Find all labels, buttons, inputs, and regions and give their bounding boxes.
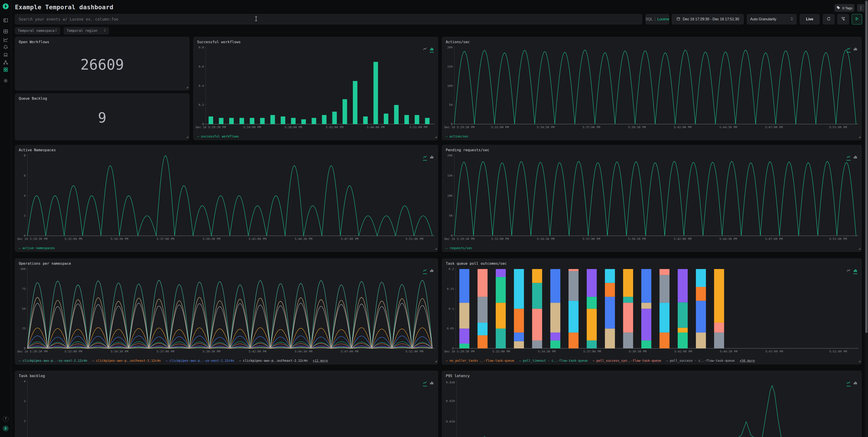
query-mode-toggle[interactable]: SQL | Lucene xyxy=(646,14,669,24)
live-button[interactable]: Live xyxy=(800,14,819,24)
legend-item[interactable]: —no_poller_tasks ..-flow-task-queue xyxy=(446,359,514,363)
svg-text:5:44:30 PM: 5:44:30 PM xyxy=(720,350,737,353)
svg-text:5:37:00 PM: 5:37:00 PM xyxy=(583,237,600,241)
time-range-picker[interactable]: Dec 16 17:29:30 - Dec 16 17:51:30 xyxy=(672,14,744,24)
stat-value: 9 xyxy=(15,110,189,126)
p95-latency-chart[interactable]: 0.0380.0290.0190.010Dec 16 5:29:30 PM5:3… xyxy=(444,379,859,437)
bar-chart-toggle-icon[interactable] xyxy=(853,269,857,274)
svg-text:Dec 16 5:29:30 PM: Dec 16 5:29:30 PM xyxy=(444,237,474,241)
line-chart-toggle-icon[interactable] xyxy=(846,47,850,53)
line-chart-toggle-icon[interactable] xyxy=(423,47,427,53)
panel-title: Task queue poll outcomes/sec xyxy=(446,261,507,266)
bar-chart-toggle-icon[interactable] xyxy=(430,155,434,160)
bar-chart-toggle-icon[interactable] xyxy=(853,47,857,53)
svg-text:Dec 16 5:29:30 PM: Dec 16 5:29:30 PM xyxy=(444,125,474,129)
legend-more-link[interactable]: +12 more xyxy=(313,359,328,363)
task-queue-poll-outcomes-chart[interactable]: 00.050.10.150.2Dec 16 5:29:30 PM5:32:00 … xyxy=(444,266,859,354)
legend-item[interactable]: —poll_success_syn..-flow-task-queue xyxy=(593,359,661,363)
vertical-scrollbar-track[interactable] xyxy=(865,0,868,437)
kebab-icon xyxy=(861,6,861,10)
svg-text:5:44:30 PM: 5:44:30 PM xyxy=(719,125,737,129)
granularity-select[interactable]: Auto Granularity xyxy=(747,14,797,24)
resize-handle[interactable] xyxy=(186,134,188,139)
line-chart-toggle-icon[interactable] xyxy=(846,381,850,386)
svg-text:8: 8 xyxy=(24,154,26,157)
search-input[interactable] xyxy=(15,14,642,24)
svg-text:5:51:00 PM: 5:51:00 PM xyxy=(410,125,427,129)
share-graph-icon[interactable] xyxy=(3,60,8,65)
app-logo-icon[interactable] xyxy=(2,3,9,9)
grid-view-icon[interactable] xyxy=(3,29,8,34)
svg-text:0.2: 0.2 xyxy=(449,267,454,271)
bar-chart-toggle-icon[interactable] xyxy=(430,47,434,53)
successful-workflows-chart[interactable]: 00.20.40.60.8Dec 16 5:29:30 PM5:34:00 PM… xyxy=(195,45,435,130)
svg-text:5:42:00 PM: 5:42:00 PM xyxy=(674,350,692,353)
panel-task-queue-poll-outcomes: Task queue poll outcomes/sec 00.050.10.1… xyxy=(442,258,862,365)
line-chart-toggle-icon[interactable] xyxy=(423,381,427,386)
host-laptop-icon[interactable] xyxy=(3,52,8,57)
user-avatar[interactable]: D xyxy=(3,426,8,431)
svg-text:5:42:00 PM: 5:42:00 PM xyxy=(249,350,266,353)
legend-item[interactable]: —poll_success · c..-flow-task-queue xyxy=(666,359,735,363)
panel-title: Pending requests/sec xyxy=(446,148,489,152)
resize-handle[interactable] xyxy=(434,134,437,139)
active-namespaces-chart[interactable]: 02468Dec 16 5:29:30 PM5:32:00 PM5:34:30 … xyxy=(17,153,435,242)
line-chart-toggle-icon[interactable] xyxy=(423,155,427,160)
svg-text:20K: 20K xyxy=(447,154,453,157)
tags-button[interactable]: 0 Tags xyxy=(835,4,855,12)
legend-item[interactable]: —clickpipes-aws-p..-us-east-2.12c4n xyxy=(19,359,87,363)
svg-text:150: 150 xyxy=(447,65,453,68)
svg-text:10K: 10K xyxy=(447,194,453,197)
panel-toggle-icon[interactable] xyxy=(3,18,8,23)
svg-text:5:47:00 PM: 5:47:00 PM xyxy=(341,350,358,353)
legend-item[interactable]: —requests/sec xyxy=(446,246,472,250)
settings-gear-icon[interactable] xyxy=(3,78,8,84)
legend-item[interactable]: —active namespaces xyxy=(19,246,55,250)
line-chart-toggle-icon[interactable] xyxy=(846,269,850,274)
filter-edit-button[interactable] xyxy=(837,14,849,24)
bar-chart-toggle-icon[interactable] xyxy=(853,381,857,386)
legend-item[interactable]: —clickpipes-aws-p..outheast-2.12c4n xyxy=(92,359,161,363)
task-backlog-chart[interactable]: 01234Dec 16 5:29:30 PM5:32:00 PM5:34:30 … xyxy=(17,379,435,437)
svg-text:5:38:00 PM: 5:38:00 PM xyxy=(284,125,302,129)
legend-more-link[interactable]: +56 more xyxy=(740,359,755,363)
panel-title: Task backlog xyxy=(19,374,45,378)
resize-handle[interactable] xyxy=(434,246,437,250)
pending-requests-chart[interactable]: 05K10K15K20KDec 16 5:29:30 PM5:32:00 PM5… xyxy=(444,153,859,242)
bar-chart-toggle-icon[interactable] xyxy=(430,269,434,274)
run-query-play-button[interactable] xyxy=(852,14,862,24)
legend-item[interactable]: —action/sec xyxy=(446,134,469,138)
operations-per-namespace-chart[interactable]: 0255075100Dec 16 5:29:30 PM5:32:00 PM5:3… xyxy=(17,266,435,354)
svg-text:50: 50 xyxy=(449,103,453,106)
line-chart-toggle-icon[interactable] xyxy=(423,269,427,274)
alerts-bell-icon[interactable] xyxy=(3,44,8,50)
actions-per-sec-chart[interactable]: 050100150200Dec 16 5:29:30 PM5:32:00 PM5… xyxy=(444,45,859,130)
legend-item[interactable]: —clickpipes-aws-p..outheast-2.12c4n xyxy=(239,359,308,363)
panel-actions-per-sec: Actions/sec 050100150200Dec 16 5:29:30 P… xyxy=(442,37,862,140)
svg-text:25: 25 xyxy=(22,327,26,330)
dashboards-tiles-icon[interactable] xyxy=(3,67,8,72)
bar-chart-toggle-icon[interactable] xyxy=(430,381,434,386)
resize-handle[interactable] xyxy=(434,359,437,363)
svg-text:5:34:30 PM: 5:34:30 PM xyxy=(538,350,555,353)
resize-handle[interactable] xyxy=(858,359,860,363)
svg-text:3: 3 xyxy=(24,400,26,403)
filter-chip-temporal-region[interactable]: Temporal region xyxy=(64,27,109,34)
resize-handle[interactable] xyxy=(858,246,860,250)
refresh-button[interactable] xyxy=(823,14,835,24)
svg-text:0: 0 xyxy=(24,234,26,238)
legend-item[interactable]: —successful workflows xyxy=(197,134,239,138)
legend-item[interactable]: —poll_timeout · c..-flow-task-queue xyxy=(519,359,588,363)
legend-item[interactable]: —clickpipes-aws-p..-us-east-1.12c4n xyxy=(166,359,234,363)
vertical-scrollbar-thumb[interactable] xyxy=(865,1,868,333)
panel-operations-per-namespace: Operations per namespace 0255075100Dec 1… xyxy=(15,258,438,365)
svg-text:5:47:00 PM: 5:47:00 PM xyxy=(341,237,358,241)
bar-chart-toggle-icon[interactable] xyxy=(853,155,857,160)
more-options-kebab-button[interactable] xyxy=(857,4,864,12)
resize-handle[interactable] xyxy=(186,85,188,89)
resize-handle[interactable] xyxy=(858,134,860,139)
metrics-chart-icon[interactable] xyxy=(3,37,8,42)
help-button[interactable]: ? xyxy=(3,416,8,422)
line-chart-toggle-icon[interactable] xyxy=(846,155,850,160)
filter-chip-temporal-namespace[interactable]: Temporal namespace xyxy=(15,27,60,34)
